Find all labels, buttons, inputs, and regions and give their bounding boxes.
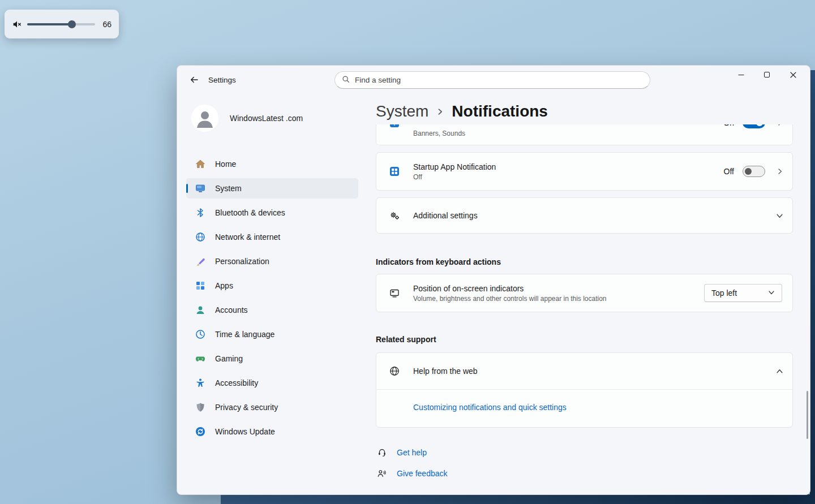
onscreen-indicator-icon xyxy=(389,287,400,299)
get-help-row[interactable]: Get help xyxy=(377,447,793,458)
sidebar-item-system[interactable]: System xyxy=(186,178,358,199)
avatar xyxy=(191,105,218,132)
sidebar-item-label: Network & internet xyxy=(215,232,280,242)
wallpaper-dark-bottom xyxy=(221,494,815,504)
chevron-right-icon xyxy=(777,168,783,175)
system-icon xyxy=(195,183,206,194)
sidebar-item-network-internet[interactable]: Network & internet xyxy=(186,227,358,247)
startup-app-notification-card[interactable]: Startup App Notification Off Off xyxy=(376,152,793,191)
sidebar-item-home[interactable]: Home xyxy=(186,154,358,174)
sidebar-item-windows-update[interactable]: Windows Update xyxy=(186,421,358,442)
help-from-web-header[interactable]: Help from the web xyxy=(376,353,792,389)
sidebar-item-label: Accessibility xyxy=(215,378,258,387)
sidebar-item-apps[interactable]: Apps xyxy=(186,275,358,296)
sidebar-item-label: Apps xyxy=(215,281,233,290)
position-card-subtitle: Volume, brightness and other controls wi… xyxy=(413,295,607,303)
volume-slider[interactable] xyxy=(27,19,95,30)
volume-slider-thumb[interactable] xyxy=(68,20,76,28)
position-dropdown-value: Top left xyxy=(711,288,737,298)
bluetooth-icon xyxy=(195,207,206,218)
give-feedback-row[interactable]: Give feedback xyxy=(377,468,793,479)
sidebar: WindowsLatest .com Home System Bluetooth… xyxy=(177,94,367,494)
sidebar-item-label: Home xyxy=(215,160,236,169)
sidebar-item-privacy-security[interactable]: Privacy & security xyxy=(186,397,358,417)
section-header-related-support: Related support xyxy=(376,335,793,344)
privacy-shield-icon xyxy=(195,402,206,413)
startup-toggle-label: Off xyxy=(724,167,734,176)
breadcrumb-parent[interactable]: System xyxy=(376,102,428,120)
chevron-down-icon xyxy=(776,212,783,219)
sidebar-item-label: Accounts xyxy=(215,305,248,315)
settings-window: Settings WindowsLatest .com xyxy=(177,65,810,495)
notifications-toggle[interactable] xyxy=(743,124,765,128)
home-icon xyxy=(195,158,206,170)
breadcrumb-chevron-icon xyxy=(436,108,444,115)
notifications-card-subtitle: Banners, Sounds xyxy=(413,130,465,137)
notifications-card-clipped: Banners, Sounds On xyxy=(376,124,793,145)
help-from-web-card: Help from the web Customizing notificati… xyxy=(376,352,793,428)
sidebar-item-label: Gaming xyxy=(215,354,243,363)
sidebar-item-label: Windows Update xyxy=(215,427,275,436)
startup-app-icon xyxy=(389,166,400,177)
additional-settings-title: Additional settings xyxy=(413,211,478,220)
breadcrumb: System Notifications xyxy=(376,102,793,120)
back-button[interactable] xyxy=(186,72,202,87)
notifications-toggle-label: On xyxy=(723,124,734,127)
chevron-right-icon xyxy=(777,124,783,126)
gaming-controller-icon xyxy=(195,353,206,364)
get-help-link[interactable]: Get help xyxy=(397,448,427,457)
sidebar-item-time-language[interactable]: Time & language xyxy=(186,324,358,344)
chevron-down-icon xyxy=(768,288,775,298)
settings-gears-icon xyxy=(389,210,400,221)
additional-settings-card[interactable]: Additional settings xyxy=(376,197,793,234)
position-indicators-card: Position of on-screen indicators Volume,… xyxy=(376,274,793,312)
position-card-title: Position of on-screen indicators xyxy=(413,284,607,293)
page-title: Notifications xyxy=(452,102,548,120)
volume-mute-icon[interactable] xyxy=(10,17,24,32)
sidebar-item-label: Time & language xyxy=(215,330,274,339)
volume-slider-fill xyxy=(27,23,72,25)
sidebar-item-label: Bluetooth & devices xyxy=(215,208,285,217)
sidebar-item-accounts[interactable]: Accounts xyxy=(186,300,358,320)
sidebar-item-accessibility[interactable]: Accessibility xyxy=(186,373,358,393)
accounts-person-icon xyxy=(195,304,206,316)
network-globe-icon xyxy=(195,231,206,243)
give-feedback-icon xyxy=(377,468,387,479)
sidebar-item-gaming[interactable]: Gaming xyxy=(186,348,358,369)
personalization-brush-icon xyxy=(195,256,206,267)
time-language-clock-icon xyxy=(195,329,206,340)
sidebar-item-label: Personalization xyxy=(215,257,269,266)
sidebar-item-label: Privacy & security xyxy=(215,403,278,412)
startup-card-subtitle: Off xyxy=(413,173,496,181)
apps-grid-icon xyxy=(195,280,206,291)
account-name: WindowsLatest .com xyxy=(230,114,303,123)
main-content: System Notifications Banners, Sounds On xyxy=(376,66,793,479)
help-from-web-title: Help from the web xyxy=(413,367,478,376)
app-title: Settings xyxy=(208,76,236,84)
sidebar-nav: Home System Bluetooth & devices Network … xyxy=(186,154,358,446)
chevron-up-icon xyxy=(776,368,783,375)
globe-icon xyxy=(389,365,400,377)
search-icon xyxy=(342,75,350,85)
section-header-keyboard-indicators: Indicators from keyboard actions xyxy=(376,257,793,266)
windows-update-icon xyxy=(195,426,206,437)
sidebar-item-bluetooth-devices[interactable]: Bluetooth & devices xyxy=(186,203,358,223)
sidebar-item-label: System xyxy=(215,184,242,193)
help-link-customizing-notifications[interactable]: Customizing notifications and quick sett… xyxy=(413,403,567,412)
user-profile[interactable]: WindowsLatest .com xyxy=(191,105,303,132)
content-scrollbar[interactable] xyxy=(807,391,808,439)
back-arrow-icon xyxy=(190,75,199,84)
notifications-card[interactable]: Banners, Sounds On xyxy=(376,124,793,145)
accessibility-person-icon xyxy=(195,377,206,389)
wallpaper-dark-edge xyxy=(810,70,815,504)
volume-value: 66 xyxy=(102,20,111,29)
position-dropdown[interactable]: Top left xyxy=(704,284,782,302)
get-help-icon xyxy=(377,447,387,458)
startup-card-title: Startup App Notification xyxy=(413,162,496,171)
sidebar-item-personalization[interactable]: Personalization xyxy=(186,251,358,272)
notifications-bell-icon xyxy=(389,124,400,128)
startup-toggle[interactable] xyxy=(743,166,765,177)
give-feedback-link[interactable]: Give feedback xyxy=(397,469,448,478)
volume-osd: 66 xyxy=(5,10,119,38)
